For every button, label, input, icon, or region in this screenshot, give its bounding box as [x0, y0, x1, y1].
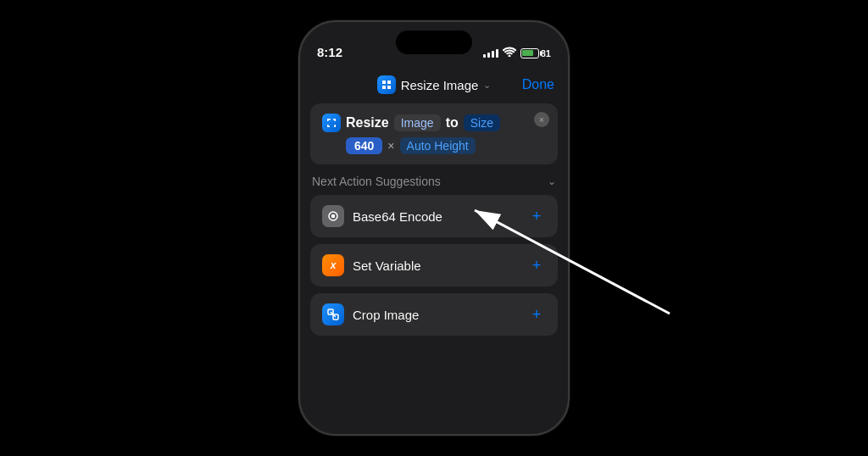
- action-times-symbol: ×: [387, 139, 394, 153]
- dynamic-island: [396, 31, 472, 54]
- action-auto-height-pill[interactable]: Auto Height: [400, 137, 476, 154]
- svg-rect-7: [331, 214, 335, 218]
- main-content: × Resize Image to Size: [300, 103, 568, 434]
- base64-encode-label: Base64 Encode: [353, 209, 527, 224]
- suggestions-expand-icon[interactable]: ⌄: [548, 175, 556, 187]
- nav-title: Resize Image: [401, 78, 479, 92]
- action-image-pill[interactable]: Image: [394, 114, 441, 131]
- app-content: 8:12: [300, 22, 568, 434]
- status-icons: 81: [483, 47, 551, 59]
- suggestion-item-base64[interactable]: Base64 Encode +: [310, 195, 558, 237]
- svg-rect-5: [387, 86, 391, 89]
- nav-title-row: Resize Image ⌄: [377, 75, 492, 94]
- nav-done-button[interactable]: Done: [522, 77, 554, 92]
- nav-bar: Resize Image ⌄ Done: [300, 66, 568, 103]
- base64-encode-add-button[interactable]: +: [527, 207, 546, 225]
- battery-fill: [522, 50, 533, 56]
- nav-chevron-icon: ⌄: [483, 80, 491, 91]
- status-time: 8:12: [317, 45, 342, 59]
- set-variable-label: Set Variable: [353, 259, 527, 273]
- action-to-label: to: [446, 115, 459, 131]
- svg-rect-3: [387, 81, 391, 84]
- suggestions-header: Next Action Suggestions ⌄: [310, 175, 558, 188]
- crop-image-add-button[interactable]: +: [527, 305, 546, 324]
- suggestion-item-crop-image[interactable]: Crop Image +: [310, 293, 558, 336]
- crop-image-icon: [322, 303, 344, 325]
- base64-encode-icon: [322, 205, 344, 227]
- battery-text: 81: [541, 48, 551, 58]
- action-resize-label: Resize: [346, 115, 389, 131]
- svg-rect-2: [382, 81, 386, 84]
- battery-body: [520, 48, 539, 58]
- action-resize-icon: [322, 114, 341, 132]
- phone-frame-wrapper: 8:12: [298, 20, 570, 436]
- action-card-close-button[interactable]: ×: [534, 112, 549, 127]
- action-size-pill[interactable]: Size: [464, 114, 500, 131]
- action-row-2: 640 × Auto Height: [322, 137, 546, 154]
- action-width-value[interactable]: 640: [346, 137, 382, 154]
- set-variable-icon: x: [322, 254, 344, 276]
- signal-icon: [483, 49, 498, 58]
- suggestions-label: Next Action Suggestions: [312, 175, 441, 188]
- wifi-icon: [503, 47, 516, 59]
- nav-app-icon: [377, 75, 396, 94]
- suggestion-item-set-variable[interactable]: x Set Variable +: [310, 244, 558, 286]
- phone-frame: 8:12: [298, 20, 570, 436]
- set-variable-add-button[interactable]: +: [527, 256, 546, 275]
- battery-indicator: 81: [520, 48, 551, 58]
- action-card: × Resize Image to Size: [310, 103, 558, 164]
- action-row-1: Resize Image to Size: [322, 114, 546, 132]
- crop-image-label: Crop Image: [353, 308, 527, 322]
- svg-rect-4: [382, 86, 386, 89]
